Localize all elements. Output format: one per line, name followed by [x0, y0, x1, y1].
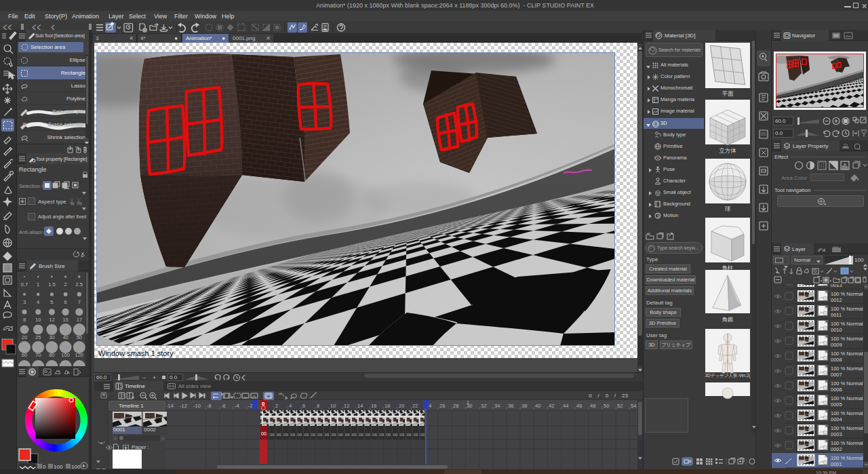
svg-text:38: 38: [521, 403, 527, 409]
svg-text:15: 15: [62, 317, 68, 323]
svg-text:0009: 0009: [831, 342, 842, 348]
svg-text:36: 36: [508, 403, 513, 409]
svg-text:0010: 0010: [831, 327, 842, 333]
svg-text:%: %: [71, 201, 75, 205]
svg-text:0.7: 0.7: [21, 281, 28, 288]
svg-text:4: 4: [289, 403, 292, 409]
svg-text:100 % Normal: 100 % Normal: [831, 440, 863, 446]
svg-text:3Dデッサン人形-Ver.2(: 3Dデッサン人形-Ver.2(: [705, 373, 751, 378]
svg-text:-6: -6: [221, 403, 226, 409]
svg-text:0011: 0011: [831, 312, 842, 318]
svg-text:70: 70: [35, 352, 41, 358]
svg-text:100 % Normal: 100 % Normal: [831, 395, 863, 401]
svg-text:角錐: 角錐: [722, 316, 734, 323]
svg-text:0007: 0007: [831, 372, 842, 378]
svg-text:6: 6: [64, 299, 67, 305]
svg-text:0006: 0006: [831, 387, 842, 393]
svg-text:4: 4: [37, 299, 39, 305]
svg-text:52: 52: [617, 403, 623, 409]
svg-text:2: 2: [64, 281, 67, 288]
svg-text:12: 12: [344, 403, 349, 409]
svg-text:-4: -4: [235, 403, 239, 409]
svg-text:0: 0: [43, 464, 46, 469]
svg-text:18: 18: [384, 403, 390, 409]
svg-text:100 % Normal: 100 % Normal: [831, 380, 863, 387]
svg-text:48: 48: [590, 403, 595, 409]
svg-text:40: 40: [535, 403, 540, 409]
svg-text:2: 2: [275, 403, 278, 409]
svg-text:1.5: 1.5: [48, 281, 55, 288]
svg-text:5: 5: [50, 299, 53, 305]
svg-text:10: 10: [330, 403, 336, 409]
svg-text:立方体: 立方体: [719, 147, 736, 154]
svg-text:8: 8: [23, 317, 26, 323]
svg-text:球: 球: [725, 205, 731, 212]
svg-text:28: 28: [453, 403, 458, 409]
svg-text:-12: -12: [180, 403, 187, 409]
svg-text:6: 6: [302, 403, 305, 409]
svg-text:100 % Normal: 100 % Normal: [831, 291, 863, 297]
svg-text:20: 20: [22, 334, 27, 340]
svg-text:30: 30: [49, 334, 54, 340]
svg-text:0012: 0012: [831, 297, 842, 303]
svg-text:100 % Normal: 100 % Normal: [831, 425, 863, 431]
svg-text:80: 80: [49, 352, 54, 358]
svg-text:8: 8: [317, 403, 319, 409]
svg-text:7: 7: [78, 299, 81, 305]
svg-text:50: 50: [77, 334, 82, 340]
svg-text:100 % Normal: 100 % Normal: [831, 455, 863, 461]
svg-text:42: 42: [549, 403, 554, 409]
svg-text:0013: 0013: [831, 284, 842, 288]
svg-text:-8: -8: [207, 403, 212, 409]
svg-text:44: 44: [563, 403, 568, 409]
svg-text:平面: 平面: [722, 90, 734, 97]
svg-text:32: 32: [481, 403, 486, 409]
svg-text:54: 54: [631, 403, 636, 409]
svg-text:16: 16: [371, 403, 376, 409]
svg-text:22: 22: [412, 403, 418, 409]
svg-text:Px: Px: [77, 201, 82, 205]
svg-text:20: 20: [399, 403, 404, 409]
svg-text:12: 12: [49, 317, 54, 323]
svg-text:0004: 0004: [831, 416, 842, 422]
svg-text:40: 40: [62, 334, 68, 340]
svg-text:0001: 0001: [831, 461, 842, 467]
svg-text:46: 46: [576, 403, 582, 409]
svg-text:60: 60: [22, 352, 27, 358]
svg-text:14: 14: [357, 403, 363, 409]
svg-text:-14: -14: [167, 403, 174, 409]
svg-text:100 % Normal: 100 % Normal: [831, 410, 863, 416]
svg-text:1: 1: [467, 400, 469, 405]
svg-text:0003: 0003: [831, 431, 842, 437]
svg-text:17: 17: [77, 317, 82, 323]
svg-text:25: 25: [35, 334, 41, 340]
svg-text:100 % Normal: 100 % Normal: [831, 306, 863, 312]
svg-text:100: 100: [61, 352, 70, 358]
svg-text:120: 120: [75, 352, 84, 358]
svg-text:100: 100: [54, 464, 63, 469]
svg-text:2.5: 2.5: [76, 281, 83, 288]
svg-text:3: 3: [23, 299, 26, 305]
svg-text:100 % Normal: 100 % Normal: [831, 351, 863, 357]
svg-text:100 % Normal: 100 % Normal: [831, 366, 863, 372]
svg-text:10: 10: [35, 317, 41, 323]
svg-text:0002: 0002: [831, 446, 842, 452]
svg-text:100 % Normal: 100 % Normal: [831, 321, 863, 327]
svg-text:0008: 0008: [831, 357, 842, 363]
svg-text:1: 1: [37, 281, 39, 288]
svg-text:0005: 0005: [831, 401, 842, 408]
svg-text:-2: -2: [248, 403, 253, 409]
svg-text:00: 00: [261, 431, 267, 436]
svg-text:100 % Normal: 100 % Normal: [831, 336, 863, 342]
svg-text:-10: -10: [193, 403, 201, 409]
svg-text:Window smash 1 story: Window smash 1 story: [98, 349, 174, 357]
svg-text:26: 26: [439, 403, 445, 409]
svg-text:100: 100: [71, 464, 81, 469]
svg-text:50: 50: [604, 403, 609, 409]
svg-text:34: 34: [494, 403, 500, 409]
